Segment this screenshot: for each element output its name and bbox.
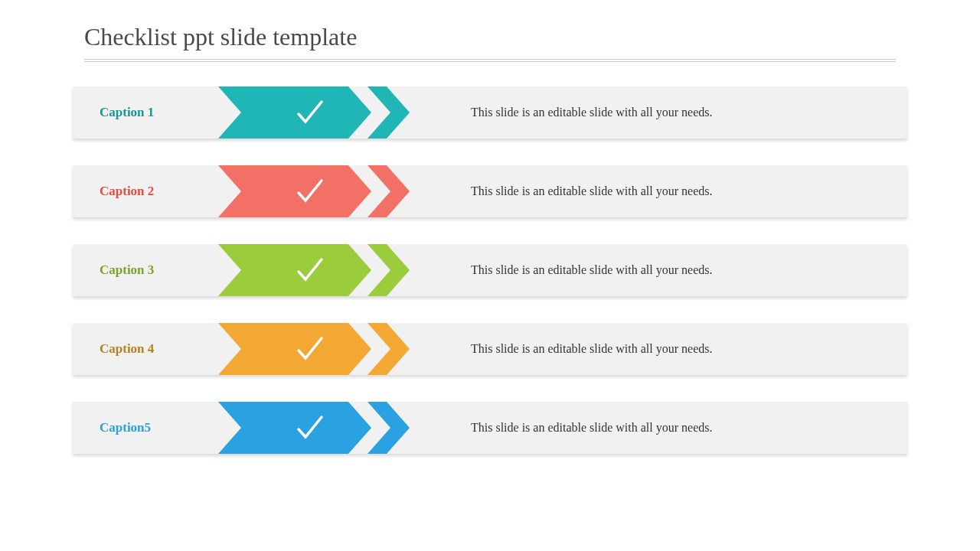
checklist-row: Caption 2 This slide is an editable slid… [73,165,907,217]
row-description: This slide is an editable slide with all… [410,106,907,119]
checklist-rows: Caption 1 This slide is an editable slid… [73,86,907,454]
row-caption: Caption 2 [73,184,218,199]
arrow-block [218,323,410,375]
svg-marker-7 [368,323,410,375]
arrow-block [218,402,410,454]
check-icon [295,176,325,207]
arrow-chevron-icon [368,244,410,296]
svg-marker-1 [368,86,410,139]
arrow-block [218,165,410,217]
row-description: This slide is an editable slide with all… [410,342,907,356]
arrow-block [218,86,410,139]
checklist-row: Caption 3 This slide is an editable slid… [73,244,907,296]
row-caption: Caption5 [73,420,218,435]
row-description: This slide is an editable slide with all… [410,263,907,277]
svg-marker-3 [368,165,410,217]
check-icon [295,255,325,285]
check-icon [295,412,325,443]
row-caption: Caption 4 [73,341,218,357]
checklist-row: Caption 4 This slide is an editable slid… [73,323,907,375]
svg-marker-9 [368,402,410,454]
check-icon [295,334,325,364]
arrow-chevron-icon [368,86,410,139]
row-description: This slide is an editable slide with all… [410,421,907,435]
svg-marker-5 [368,244,410,296]
row-caption: Caption 1 [73,105,218,120]
row-description: This slide is an editable slide with all… [410,184,907,198]
arrow-chevron-icon [368,165,410,217]
check-icon [295,97,325,128]
arrow-chevron-icon [368,402,410,454]
checklist-row: Caption 1 This slide is an editable slid… [73,86,907,139]
row-caption: Caption 3 [73,262,218,278]
slide-container: Checklist ppt slide template Caption 1 T… [0,0,980,477]
slide-title: Checklist ppt slide template [84,23,896,60]
arrow-chevron-icon [368,323,410,375]
checklist-row: Caption5 This slide is an editable slide… [73,402,907,454]
arrow-block [218,244,410,296]
